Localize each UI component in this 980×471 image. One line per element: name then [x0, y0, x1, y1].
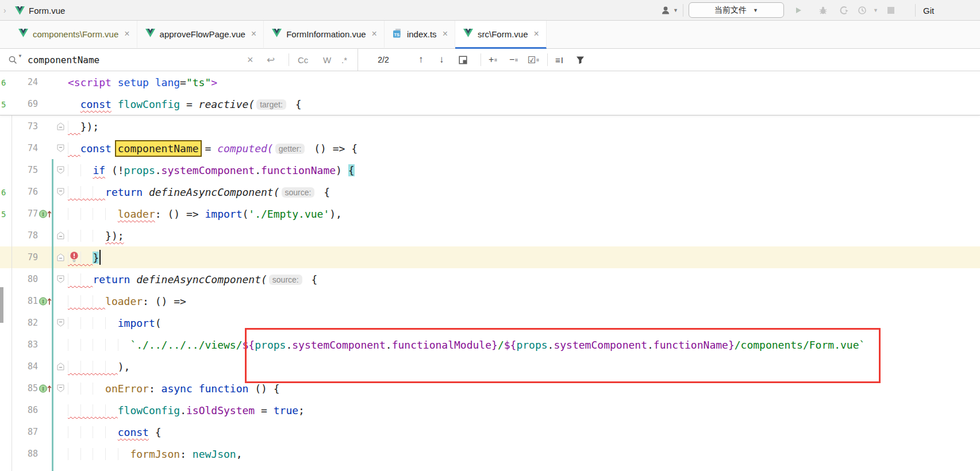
tab[interactable]: TSindex.ts×: [385, 21, 455, 49]
window-title: Form.vue: [29, 0, 65, 21]
fold-down-icon[interactable]: [53, 319, 68, 327]
editor-tab-bar: components\Form.vue×approveFlowPage.vue×…: [0, 21, 980, 49]
impl-up-icon[interactable]: I: [38, 384, 53, 393]
fold-up-icon[interactable]: [53, 253, 68, 261]
clear-search-icon[interactable]: ×: [247, 49, 253, 71]
regex-toggle[interactable]: .*: [341, 49, 347, 71]
svg-text:I: I: [43, 299, 44, 304]
divider: [683, 4, 683, 17]
add-occurrence-icon[interactable]: +II: [489, 49, 497, 71]
fold-down-icon[interactable]: [53, 144, 68, 152]
code-line[interactable]: 69 const flowConfig = reactive(target: {: [0, 93, 980, 115]
search-icon[interactable]: [8, 49, 18, 71]
code-text: }: [68, 250, 980, 265]
line-number: 87: [13, 427, 38, 437]
line-number: 85: [13, 383, 38, 393]
select-all-occurrences-icon[interactable]: ☑II: [528, 49, 539, 71]
line-number: 73: [13, 121, 38, 132]
code-line[interactable]: 79 }: [0, 246, 980, 268]
profiler-clock-icon[interactable]: [858, 0, 867, 21]
newline-icon[interactable]: ↩: [267, 49, 275, 71]
title-bar: › Form.vue ▼ 当前文件 ▼ ▼ Git: [0, 0, 980, 21]
code-text: <script setup lang="ts">: [68, 76, 980, 88]
code-line[interactable]: 78 });: [0, 225, 980, 246]
editor-left-border: [11, 71, 12, 471]
remove-occurrence-icon[interactable]: −II: [509, 49, 518, 71]
open-in-find-window-icon[interactable]: [459, 49, 467, 71]
tab-label: components\Form.vue: [33, 29, 118, 39]
debug-bug-icon[interactable]: [818, 0, 828, 21]
line-number: 79: [13, 252, 38, 262]
line-number: 69: [13, 99, 38, 109]
coverage-icon[interactable]: [839, 0, 848, 21]
match-count: 2/2: [371, 49, 396, 71]
code-line[interactable]: 73 });: [0, 115, 980, 137]
vue-icon: [463, 29, 473, 39]
divider: [481, 53, 481, 66]
code-text: const {: [68, 426, 980, 438]
fold-down-icon[interactable]: [53, 384, 68, 392]
user-icon[interactable]: ▼: [661, 0, 678, 21]
code-line[interactable]: 81I loader: () =>: [0, 290, 980, 312]
line-number: 75: [13, 165, 38, 175]
git-widget[interactable]: Git: [923, 0, 934, 21]
vue-icon: [145, 29, 155, 39]
code-line[interactable]: 86 flowConfig.isOldSystem = true;: [0, 399, 980, 421]
run-configuration-label: 当前文件: [714, 5, 747, 16]
code-line[interactable]: 87 const {: [0, 421, 980, 443]
tab-close-icon[interactable]: ×: [443, 29, 448, 39]
impl-up-icon[interactable]: I: [38, 209, 53, 219]
fold-up-icon[interactable]: [53, 231, 68, 240]
error-icon[interactable]: [69, 251, 79, 265]
tab[interactable]: approveFlowPage.vue×: [137, 21, 264, 49]
tab-close-icon[interactable]: ×: [372, 29, 377, 39]
annotation-rectangle: [245, 328, 881, 383]
code-line[interactable]: 80 return defineAsyncComponent(source: {: [0, 268, 980, 290]
code-line[interactable]: 24<script setup lang="ts">: [0, 71, 980, 93]
search-input[interactable]: componentName: [28, 49, 99, 71]
run-configuration-select[interactable]: 当前文件 ▼: [689, 2, 784, 18]
line-number: 88: [13, 449, 38, 459]
stop-icon[interactable]: [887, 0, 894, 21]
tab[interactable]: components\Form.vue×: [10, 21, 137, 49]
line-number: 24: [13, 77, 38, 87]
clipped-line-number: 5: [1, 210, 6, 219]
search-lines-icon[interactable]: ≡I: [555, 49, 564, 71]
line-number: 82: [13, 318, 38, 328]
code-editor[interactable]: 24<script setup lang="ts">69 const flowC…: [0, 71, 980, 471]
vcs-change-bar: [52, 159, 53, 471]
find-toolbar: ▼ componentName × ↩ Cc W .* 2/2 ↑ ↓ +II …: [0, 49, 980, 71]
left-scrollbar-thumb[interactable]: [0, 287, 3, 323]
code-line[interactable]: 77I loader: () => import('./Empty.vue'),: [0, 203, 980, 225]
fold-down-icon[interactable]: [53, 275, 68, 283]
impl-up-icon[interactable]: I: [38, 296, 53, 306]
divider: [547, 53, 548, 66]
run-icon[interactable]: [794, 0, 802, 21]
fold-up-icon[interactable]: [53, 362, 68, 370]
match-case-toggle[interactable]: Cc: [298, 49, 308, 71]
code-text: const componentName = computed(getter: (…: [68, 142, 980, 155]
code-line[interactable]: 76 return defineAsyncComponent(source: {: [0, 181, 980, 203]
text-caret: [99, 250, 101, 265]
filter-icon[interactable]: [576, 49, 585, 71]
svg-text:TS: TS: [394, 32, 399, 37]
line-number: 83: [13, 339, 38, 350]
code-line[interactable]: 74 const componentName = computed(getter…: [0, 137, 980, 159]
code-line[interactable]: 75 if (!props.systemComponent.functionNa…: [0, 159, 980, 181]
tab-close-icon[interactable]: ×: [124, 29, 129, 39]
tab[interactable]: FormInformation.vue×: [264, 21, 385, 49]
previous-occurrence-icon[interactable]: ↑: [418, 49, 424, 71]
next-occurrence-icon[interactable]: ↓: [439, 49, 444, 71]
tab[interactable]: src\Form.vue×: [455, 21, 547, 49]
tab-close-icon[interactable]: ×: [533, 29, 539, 39]
clipped-line-number: 6: [1, 78, 6, 87]
fold-down-icon[interactable]: [53, 188, 68, 196]
tab-close-icon[interactable]: ×: [251, 29, 256, 39]
words-toggle[interactable]: W: [323, 49, 331, 71]
chevron-down-icon[interactable]: ▼: [873, 0, 878, 21]
search-history-chevron-icon[interactable]: ▼: [18, 53, 22, 59]
fold-down-icon[interactable]: [53, 166, 68, 174]
code-line[interactable]: 88 formJson: newJson,: [0, 443, 980, 465]
code-text: });: [68, 230, 980, 242]
fold-up-icon[interactable]: [53, 122, 68, 130]
